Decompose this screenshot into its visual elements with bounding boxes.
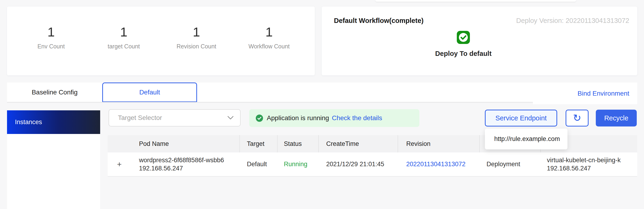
tab-baseline-config[interactable]: Baseline Config	[7, 82, 102, 102]
table-row: + wordpress2-6f68f8586f-wsbb6 192.168.56…	[108, 152, 637, 177]
service-endpoint-dropdown: http://rule.example.com	[485, 129, 568, 149]
header-status: Status	[284, 135, 302, 152]
tab-bar-border	[7, 102, 533, 103]
stat-value: 1	[15, 25, 88, 39]
status-cell: Running	[284, 152, 308, 176]
stat-workflow-count: 1 Workflow Count	[233, 25, 306, 75]
revision-link[interactable]: 20220113041313072	[406, 152, 466, 176]
target-selector-dropdown[interactable]: Target Selector	[108, 109, 240, 127]
endpoint-url-item[interactable]: http://rule.example.com	[494, 135, 560, 143]
chevron-down-icon	[228, 116, 234, 120]
node-cell: virtual-kubelet-cn-beijing-k 192.168.56.…	[547, 156, 620, 173]
stat-value: 1	[160, 25, 233, 39]
refresh-icon: ↻	[573, 113, 581, 123]
stat-target-count: 1 target Count	[88, 25, 160, 75]
header-divider	[318, 135, 319, 152]
pod-ip: 192.168.56.247	[139, 164, 224, 173]
pod-name-cell: wordpress2-6f68f8586f-wsbb6 192.168.56.2…	[139, 156, 224, 173]
refresh-button[interactable]: ↻	[566, 110, 588, 127]
stats-card: 1 Env Count 1 target Count 1 Revision Co…	[7, 6, 315, 75]
recycle-button[interactable]: Recycle	[596, 110, 637, 127]
sidebar-item-label: Instances	[15, 119, 42, 126]
status-banner-text: Application is running	[267, 114, 329, 122]
tab-bar-right-section: Bind Environment	[533, 82, 637, 104]
check-success-icon	[457, 31, 470, 44]
tab-default[interactable]: Default	[102, 82, 197, 102]
stat-label: Workflow Count	[233, 43, 306, 50]
service-endpoint-button[interactable]: Service Endpoint	[485, 110, 557, 127]
workflow-card: Default Workflow(complete) Deploy Versio…	[322, 6, 637, 75]
top-bar-remnant	[375, 0, 576, 2]
header-revision: Revision	[406, 135, 430, 152]
application-status-page: 1 Env Count 1 target Count 1 Revision Co…	[0, 0, 644, 209]
check-details-link[interactable]: Check the details	[332, 114, 382, 122]
bind-environment-link[interactable]: Bind Environment	[578, 90, 629, 97]
target-selector-placeholder: Target Selector	[118, 114, 162, 122]
node-name: virtual-kubelet-cn-beijing-k	[547, 156, 620, 164]
workflow-title: Default Workflow(complete)	[334, 17, 424, 24]
node-ip: 192.168.56.247	[547, 164, 620, 173]
row-expand-button[interactable]: +	[115, 152, 124, 176]
check-circle-icon	[256, 115, 263, 122]
workflow-step-node[interactable]: Deploy To default	[424, 31, 503, 57]
header-divider	[398, 135, 398, 152]
workload-type-cell: Deployment	[486, 152, 520, 176]
header-divider	[240, 135, 240, 152]
stat-env-count: 1 Env Count	[15, 25, 88, 75]
header-divider	[277, 135, 278, 152]
stat-label: Revision Count	[160, 43, 233, 50]
workflow-step-label: Deploy To default	[435, 50, 492, 57]
stat-revision-count: 1 Revision Count	[160, 25, 233, 75]
stat-value: 1	[88, 25, 160, 39]
target-cell: Default	[247, 152, 267, 176]
create-time-cell: 2021/12/29 21:01:45	[326, 152, 384, 176]
stat-label: target Count	[88, 43, 160, 50]
status-banner: Application is running Check the details	[249, 109, 419, 127]
deploy-version: Deploy Version: 20220113041313072	[516, 17, 629, 24]
pod-name: wordpress2-6f68f8586f-wsbb6	[139, 156, 224, 164]
header-pod-name: Pod Name	[139, 135, 169, 152]
stat-label: Env Count	[15, 43, 88, 50]
header-divider	[479, 135, 480, 152]
header-create-time: CreateTime	[326, 135, 359, 152]
sidebar-item-instances[interactable]: Instances	[7, 110, 100, 134]
header-target: Target	[247, 135, 264, 152]
stat-value: 1	[233, 25, 306, 39]
sidebar-panel	[7, 134, 100, 209]
